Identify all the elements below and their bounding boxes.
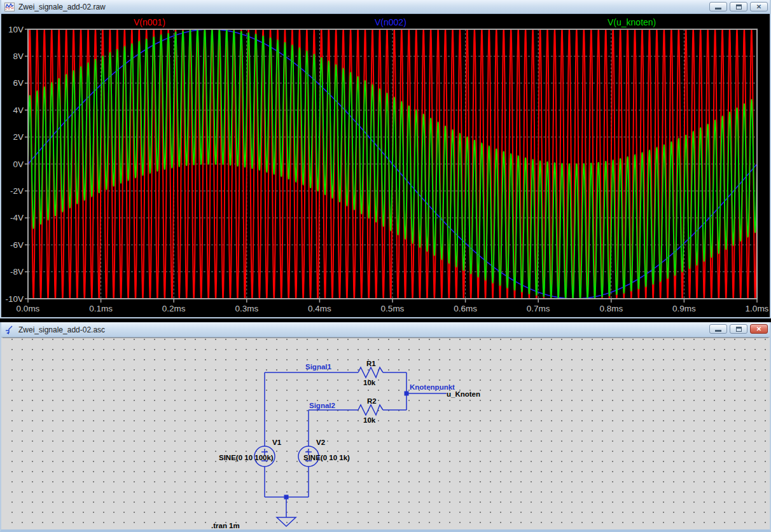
- schematic-window: Zwei_signale_add-02.asc ✕ Signal1R110kKn…: [0, 322, 771, 532]
- y-tick-label: 8V: [13, 51, 24, 61]
- minimize-icon: [715, 330, 721, 332]
- x-tick-label: 0.4ms: [308, 304, 331, 313]
- y-tick-label: 10V: [8, 25, 24, 34]
- x-tick-label: 0.3ms: [235, 304, 258, 313]
- schematic-window-title: Zwei_signale_add-02.asc: [18, 325, 105, 334]
- restore-button[interactable]: [730, 2, 747, 11]
- junction-node-knotenpunkt[interactable]: [405, 392, 409, 396]
- y-tick-label: 4V: [13, 106, 24, 115]
- schematic-file-icon: [4, 325, 15, 335]
- legend-vn001[interactable]: V(n001): [134, 17, 165, 27]
- close-icon: ✕: [756, 4, 761, 10]
- resistor-R1[interactable]: [358, 367, 383, 378]
- schematic-label[interactable]: .tran 1m: [211, 522, 240, 529]
- schematic-label[interactable]: V2: [316, 439, 325, 446]
- restore-icon: [736, 4, 742, 10]
- restore-button[interactable]: [730, 324, 747, 334]
- waveform-window-title: Zwei_signale_add-02.raw: [18, 3, 106, 11]
- waveform-chart[interactable]: 10V8V6V4V2V0V-2V-4V-6V-8V-10V0.0ms0.1ms0…: [3, 14, 771, 318]
- minimize-button[interactable]: [709, 2, 727, 11]
- y-tick-label: -2V: [10, 186, 24, 196]
- schematic-label[interactable]: 10k: [363, 416, 376, 424]
- schematic-labels: Signal1R110kKnotenpunktu_KnotenSignal2R2…: [211, 360, 480, 529]
- y-tick-label: -10V: [5, 294, 24, 304]
- x-tick-label: 0.9ms: [672, 304, 696, 313]
- x-tick-label: 0.5ms: [381, 304, 405, 313]
- schematic-label[interactable]: SINE(0 10 1k): [303, 454, 350, 461]
- close-button[interactable]: ✕: [750, 324, 768, 334]
- waveform-titlebar[interactable]: Zwei_signale_add-02.raw ✕: [1, 0, 770, 14]
- junction-node-ground[interactable]: [284, 495, 289, 500]
- legend-vuknoten[interactable]: V(u_knoten): [608, 17, 656, 27]
- schematic-label[interactable]: u_Knoten: [447, 390, 480, 398]
- x-tick-label: 0.2ms: [162, 304, 186, 313]
- close-icon: ✕: [756, 326, 761, 332]
- x-tick-label: 0.1ms: [89, 304, 113, 313]
- schematic-label[interactable]: Signal1: [305, 363, 332, 371]
- y-tick-label: -8V: [10, 267, 24, 276]
- resistor-R2[interactable]: [358, 405, 383, 415]
- minimize-button[interactable]: [709, 324, 727, 334]
- waveform-plot-pane[interactable]: V(n001) V(n002) V(u_knoten) 10V8V6V4V2V0…: [3, 14, 768, 317]
- y-tick-label: 0V: [13, 160, 24, 169]
- x-tick-label: 0.6ms: [454, 304, 477, 313]
- schematic-titlebar[interactable]: Zwei_signale_add-02.asc ✕: [1, 322, 770, 338]
- y-tick-label: -6V: [10, 240, 24, 250]
- schematic-label[interactable]: 10k: [363, 379, 376, 386]
- schematic-label[interactable]: R2: [367, 397, 377, 405]
- y-tick-label: 6V: [13, 78, 24, 88]
- waveform-file-icon: [4, 2, 15, 12]
- ground-symbol[interactable]: [277, 517, 296, 526]
- y-tick-label: 2V: [13, 132, 24, 142]
- schematic-label[interactable]: V1: [272, 439, 282, 446]
- legend-vn002[interactable]: V(n002): [375, 17, 406, 27]
- schematic-canvas[interactable]: Signal1R110kKnotenpunktu_KnotenSignal2R2…: [3, 338, 768, 529]
- restore-icon: [736, 327, 742, 332]
- waveform-window: Zwei_signale_add-02.raw ✕ V(n001) V(n002…: [0, 0, 771, 318]
- x-tick-label: 1.0ms: [746, 304, 769, 313]
- x-tick-label: 0.0ms: [17, 304, 40, 313]
- schematic-drawing[interactable]: Signal1R110kKnotenpunktu_KnotenSignal2R2…: [3, 338, 771, 529]
- close-button[interactable]: ✕: [750, 2, 768, 11]
- x-tick-label: 0.8ms: [599, 304, 623, 313]
- x-tick-label: 0.7ms: [527, 304, 550, 313]
- circuit[interactable]: [254, 367, 447, 526]
- schematic-label[interactable]: Signal2: [309, 402, 335, 409]
- schematic-label[interactable]: SINE(0 10 100k): [219, 454, 274, 461]
- minimize-icon: [715, 8, 721, 10]
- y-tick-label: -4V: [10, 213, 24, 222]
- schematic-label[interactable]: R1: [366, 360, 376, 367]
